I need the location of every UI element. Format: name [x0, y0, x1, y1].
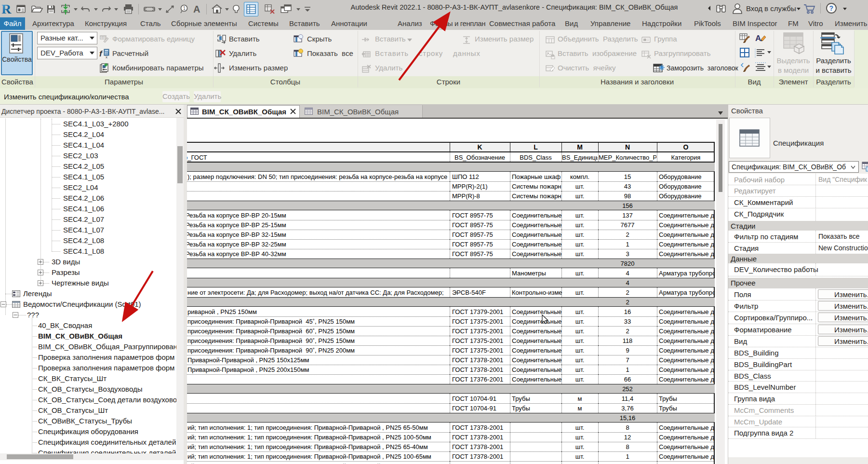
svg-text:f: f: [99, 49, 103, 58]
svg-text:1: 1: [183, 6, 186, 11]
svg-text:A: A: [755, 34, 761, 43]
svg-text:x: x: [106, 55, 107, 59]
svg-text:R: R: [1, 2, 12, 15]
svg-text:0.0: 0.0: [101, 36, 106, 40]
svg-text:A: A: [193, 4, 200, 14]
svg-text:?: ?: [829, 4, 834, 12]
